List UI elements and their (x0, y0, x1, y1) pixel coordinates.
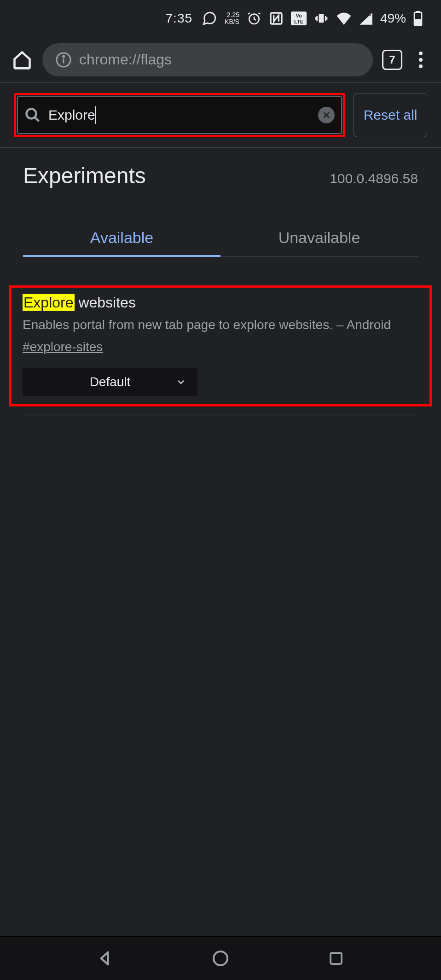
tab-available[interactable]: Available (23, 220, 220, 257)
flag-title: Explore websites (23, 294, 418, 311)
flag-item-highlight: Explore websites Enables portal from new… (9, 285, 432, 406)
network-speed: 2.25 KB/S (225, 12, 239, 25)
battery-percent: 49% (380, 11, 406, 26)
svg-rect-18 (331, 953, 342, 964)
nav-home-button[interactable] (210, 948, 231, 969)
svg-text:x: x (368, 12, 371, 17)
svg-rect-9 (414, 19, 422, 26)
menu-button[interactable] (412, 51, 430, 69)
url-bar[interactable]: chrome://flags (42, 43, 373, 76)
page-title: Experiments (23, 163, 146, 188)
flag-select[interactable]: Default (23, 368, 197, 396)
status-time: 7:35 (166, 11, 193, 26)
search-box[interactable]: Explore (17, 96, 342, 134)
signal-icon: x (359, 12, 373, 25)
url-text: chrome://flags (79, 51, 172, 68)
search-highlight: Explore (14, 93, 345, 137)
search-area: Explore Reset all (0, 83, 441, 148)
svg-text:Vo: Vo (296, 13, 302, 18)
home-button[interactable] (11, 49, 33, 71)
svg-point-12 (63, 56, 64, 57)
clear-search-button[interactable] (318, 107, 335, 123)
tab-unavailable[interactable]: Unavailable (220, 220, 418, 256)
flag-select-value: Default (90, 375, 131, 389)
vibrate-icon (314, 11, 329, 26)
search-input[interactable]: Explore (48, 107, 95, 123)
flag-title-highlight: Explore (23, 294, 75, 311)
chevron-down-icon (175, 377, 186, 388)
info-icon (55, 52, 72, 68)
wifi-icon (336, 12, 352, 25)
search-icon (24, 107, 41, 123)
battery-icon (413, 11, 423, 26)
svg-point-13 (27, 109, 36, 119)
svg-text:LTE: LTE (294, 19, 303, 24)
text-cursor (95, 106, 96, 124)
svg-line-14 (35, 117, 39, 122)
flag-hash-link[interactable]: #explore-sites (23, 340, 418, 354)
nav-back-button[interactable] (95, 948, 116, 969)
whatsapp-icon (202, 11, 217, 26)
status-bar: 7:35 2.25 KB/S VoLTE x 49% (0, 0, 441, 37)
reset-all-button[interactable]: Reset all (354, 93, 427, 137)
volte-icon: VoLTE (291, 12, 307, 25)
nav-recents-button[interactable] (325, 948, 346, 969)
flag-description: Enables portal from new tab page to expl… (23, 316, 418, 334)
alarm-icon (247, 11, 261, 26)
tab-switcher[interactable]: 7 (382, 50, 402, 70)
tabs: Available Unavailable (23, 220, 418, 257)
system-nav-bar (0, 936, 441, 980)
flag-title-rest: websites (75, 294, 136, 311)
page-header: Experiments 100.0.4896.58 (0, 148, 441, 193)
svg-rect-5 (319, 14, 324, 23)
version-label: 100.0.4896.58 (330, 171, 418, 186)
svg-point-17 (214, 951, 227, 965)
browser-toolbar: chrome://flags 7 (0, 37, 441, 83)
divider (23, 416, 418, 416)
nfc-icon (269, 11, 284, 26)
